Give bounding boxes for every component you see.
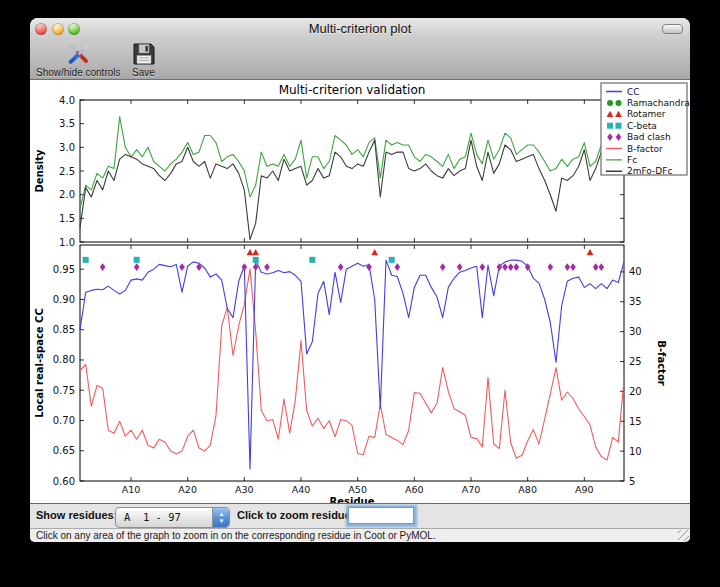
- plot-title: Multi-criterion validation: [279, 83, 426, 97]
- x-tick-label: A90: [575, 484, 594, 495]
- cc-tick-label: 0.90: [53, 294, 75, 305]
- density-tick-label: 3.0: [59, 142, 75, 153]
- density-tick-label: 2.0: [59, 189, 75, 200]
- cc-tick-label: 0.65: [53, 445, 75, 456]
- bfactor-tick-label: 15: [629, 416, 642, 427]
- show-residues-selected-value: A 1 - 97: [124, 511, 181, 523]
- plot-region: 1.01.52.02.53.03.54.0A10A20A30A40A50A60A…: [30, 80, 690, 503]
- x-axis-label: Residue: [330, 496, 375, 503]
- cc-tick-label: 0.80: [53, 354, 75, 365]
- x-tick-label: A20: [178, 484, 197, 495]
- cc-tick-label: 0.75: [53, 385, 75, 396]
- toolbar: Show/hide controls Save: [30, 40, 167, 80]
- show-residues-label: Show residues:: [36, 509, 117, 521]
- save-label: Save: [132, 67, 155, 78]
- zoom-residue-input[interactable]: [348, 507, 414, 524]
- x-tick-label: A50: [348, 484, 367, 495]
- x-tick-label: A30: [235, 484, 254, 495]
- legend-label: Ramachandran: [627, 98, 690, 108]
- density-tick-label: 4.0: [59, 95, 75, 106]
- tools-icon: [65, 41, 91, 67]
- legend-label: B-factor: [627, 144, 663, 154]
- status-text: Click on any area of the graph to zoom i…: [36, 530, 436, 541]
- save-icon: [131, 41, 157, 67]
- show-hide-controls-label: Show/hide controls: [36, 67, 121, 78]
- density-tick-label: 2.5: [59, 166, 75, 177]
- cc-tick-label: 0.85: [53, 324, 75, 335]
- x-tick-label: A40: [292, 484, 311, 495]
- controls-bar: Show residues: A 1 - 97 ▲▼ Click to zoom…: [30, 503, 690, 528]
- legend-label: Rotamer: [627, 109, 666, 119]
- series-b-factor: [80, 269, 624, 460]
- series-fc: [80, 117, 624, 209]
- bottom-subplot[interactable]: A10A20A30A40A50A60A70A80A900.600.650.700…: [53, 245, 642, 495]
- legend-label: Fc: [627, 155, 637, 165]
- outlier-markers-c-beta: [83, 257, 395, 263]
- select-stepper-icon: ▲▼: [212, 508, 229, 527]
- density-tick-label: 1.5: [59, 213, 75, 224]
- bfactor-tick-label: 25: [629, 356, 642, 367]
- x-tick-label: A80: [518, 484, 537, 495]
- bfactor-tick-label: 35: [629, 296, 642, 307]
- save-button[interactable]: Save: [131, 40, 157, 78]
- outlier-markers-rotamer: [247, 249, 594, 255]
- window-header: Multi-criterion plot Show/hide controls: [30, 18, 690, 80]
- app-window: Multi-criterion plot Show/hide controls: [30, 18, 690, 542]
- x-tick-label: A10: [122, 484, 141, 495]
- bfactor-tick-label: 10: [629, 446, 642, 457]
- series-cc: [80, 260, 624, 469]
- x-tick-label: A60: [405, 484, 424, 495]
- cc-axis-label: Local real-space CC: [34, 308, 45, 418]
- top-subplot[interactable]: 1.01.52.02.53.03.54.0: [59, 95, 624, 248]
- x-tick-label: A70: [462, 484, 481, 495]
- legend-label: C-beta: [627, 121, 657, 131]
- multi-criterion-plot-canvas[interactable]: 1.01.52.02.53.03.54.0A10A20A30A40A50A60A…: [30, 80, 690, 503]
- show-residues-select[interactable]: A 1 - 97 ▲▼: [115, 507, 230, 528]
- bfactor-tick-label: 20: [629, 386, 642, 397]
- density-tick-label: 3.5: [59, 118, 75, 129]
- series-2mfo-dfc: [80, 140, 624, 239]
- bfactor-tick-label: 40: [629, 266, 642, 277]
- legend-label: 2mFo-DFc: [627, 166, 672, 176]
- cc-tick-label: 0.70: [53, 415, 75, 426]
- density-axis-label: Density: [34, 149, 45, 192]
- resize-grip-icon[interactable]: [678, 530, 689, 541]
- density-tick-label: 1.0: [59, 237, 75, 248]
- cc-tick-label: 0.95: [53, 264, 75, 275]
- legend-label: Bad clash: [627, 132, 671, 142]
- legend-label: CC: [627, 87, 640, 97]
- plot-legend: CCRamachandranRotamerC-betaBad clashB-fa…: [601, 83, 690, 176]
- window-title: Multi-criterion plot: [30, 21, 690, 36]
- bfactor-tick-label: 30: [629, 326, 642, 337]
- toolbar-toggle-button[interactable]: [662, 24, 683, 34]
- show-hide-controls-button[interactable]: Show/hide controls: [36, 40, 121, 78]
- titlebar[interactable]: Multi-criterion plot: [30, 18, 690, 40]
- status-bar: Click on any area of the graph to zoom i…: [30, 528, 690, 542]
- bfactor-axis-label: B-factor: [656, 340, 667, 385]
- zoom-residue-label: Click to zoom residue:: [237, 509, 354, 521]
- cc-tick-label: 0.60: [53, 476, 75, 487]
- bfactor-tick-label: 5: [629, 476, 635, 487]
